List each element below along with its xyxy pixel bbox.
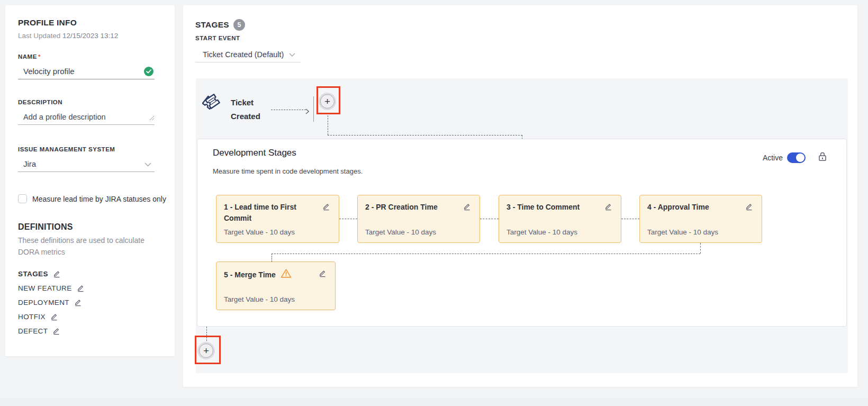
edit-icon[interactable] [745, 203, 753, 211]
chevron-down-icon [289, 50, 295, 59]
connector-line [271, 110, 306, 110]
connector-line [328, 135, 522, 136]
stage-title: 3 - Time to Comment [507, 202, 594, 213]
connector-line [328, 115, 328, 135]
stage-card-1: 1 - Lead time to First Commit Target Val… [216, 195, 339, 243]
group-title: Development Stages [213, 148, 296, 158]
lead-time-checkbox-row[interactable]: Measure lead time by JIRA statuses only [18, 194, 166, 203]
stage-title: 2 - PR Creation Time [365, 202, 453, 213]
definitions-title: DEFINITIONS [18, 222, 73, 232]
description-placeholder: Add a profile description [18, 113, 106, 121]
connector-line [621, 219, 639, 219]
stage-target-value: Target Value - 10 days [365, 228, 436, 236]
definition-item-hotfix: HOTFIX [18, 312, 85, 321]
stage-target-value: Target Value - 10 days [224, 295, 295, 303]
active-toggle[interactable] [787, 152, 806, 163]
name-field[interactable]: Velocity profile [18, 64, 155, 79]
connector-line [272, 254, 700, 254]
edit-icon[interactable] [463, 203, 471, 211]
stages-title: STAGES [195, 20, 229, 30]
active-label: Active [748, 154, 783, 162]
stage-title: 1 - Lead time to First Commit [224, 202, 311, 224]
arrowhead-icon [305, 107, 310, 116]
stage-target-value: Target Value - 10 days [647, 228, 718, 236]
connector-line [339, 219, 357, 219]
ims-select-value: Jira [18, 159, 36, 168]
stage-card-4: 4 - Approval Time Target Value - 10 days [639, 195, 762, 243]
start-node-label: Ticket Created [231, 96, 273, 123]
lock-icon[interactable] [817, 151, 828, 165]
description-field[interactable]: Add a profile description [18, 109, 155, 125]
start-event-value: Ticket Created (Default) [195, 50, 284, 59]
drop-target-line [313, 96, 314, 122]
stage-card-5: 5 - Merge Time Target Value - 10 days [216, 261, 336, 310]
connector-line [480, 219, 499, 219]
definition-item-stages: STAGES [18, 269, 85, 278]
stage-title: 5 - Merge Time [224, 269, 276, 281]
connector-line [272, 254, 272, 262]
stage-card-3: 3 - Time to Comment Target Value - 10 da… [499, 195, 621, 243]
edit-icon[interactable] [52, 327, 60, 335]
chevron-down-icon [144, 159, 151, 169]
stages-count-badge: 5 [233, 19, 245, 31]
definition-item-deployment: DEPLOYMENT [18, 297, 85, 307]
definition-item-new-feature: NEW FEATURE [18, 283, 85, 293]
connector-line [700, 243, 701, 254]
ims-select[interactable]: Jira [18, 156, 155, 172]
edit-icon[interactable] [50, 313, 58, 321]
required-asterisk: * [38, 53, 41, 60]
checkbox-icon[interactable] [18, 194, 27, 203]
stage-title-row: 5 - Merge Time [224, 268, 317, 282]
edit-icon[interactable] [319, 269, 327, 277]
edit-icon[interactable] [53, 270, 61, 278]
workflow-canvas: Ticket Created + Development Stages Meas… [196, 78, 848, 373]
ims-label: ISSUE MANAGEMENT SYSTEM [18, 146, 115, 152]
profile-editor-page: PROFILE INFO Last Updated 12/15/2023 13:… [0, 0, 868, 406]
toggle-knob [796, 154, 804, 162]
profile-info-title: PROFILE INFO [18, 18, 77, 28]
description-label: DESCRIPTION [18, 99, 62, 105]
add-stage-button-top[interactable]: + [320, 94, 334, 109]
page-bottom-strip [0, 398, 868, 406]
edit-icon[interactable] [74, 299, 82, 306]
last-updated-label: Last Updated [18, 32, 60, 40]
warning-icon [281, 268, 292, 282]
profile-info-panel: PROFILE INFO Last Updated 12/15/2023 13:… [5, 5, 175, 356]
definitions-description: These definitions are used to calculate … [18, 234, 156, 258]
definition-item-defect: DEFECT [18, 326, 85, 336]
edit-icon[interactable] [322, 203, 330, 211]
name-label: NAME* [18, 53, 41, 60]
name-field-value: Velocity profile [18, 67, 75, 76]
edit-icon[interactable] [77, 284, 85, 292]
stage-target-value: Target Value - 10 days [224, 228, 295, 236]
start-event-select[interactable]: Ticket Created (Default) [195, 47, 301, 62]
definitions-list: STAGES NEW FEATURE DEPLOYMENT HOTFIX DEF… [18, 269, 85, 336]
stage-target-value: Target Value - 10 days [507, 228, 577, 236]
stages-panel: STAGES 5 START EVENT Ticket Created (Def… [183, 5, 857, 387]
stage-card-2: 2 - PR Creation Time Target Value - 10 d… [357, 195, 480, 243]
add-stage-button-bottom[interactable]: + [199, 344, 213, 358]
last-updated: Last Updated 12/15/2023 13:12 [18, 32, 118, 40]
group-subtitle: Measure time spent in code development s… [213, 167, 363, 175]
edit-icon[interactable] [604, 203, 612, 211]
stage-group-card: Development Stages Measure time spent in… [197, 139, 847, 327]
resize-handle-icon[interactable] [149, 113, 155, 123]
start-event-label: START EVENT [195, 35, 240, 41]
ticket-icon [202, 87, 228, 119]
valid-check-icon [144, 67, 153, 76]
checkbox-label: Measure lead time by JIRA statuses only [32, 195, 166, 203]
last-updated-value: 12/15/2023 13:12 [62, 32, 118, 40]
stage-title: 4 - Approval Time [647, 202, 735, 213]
